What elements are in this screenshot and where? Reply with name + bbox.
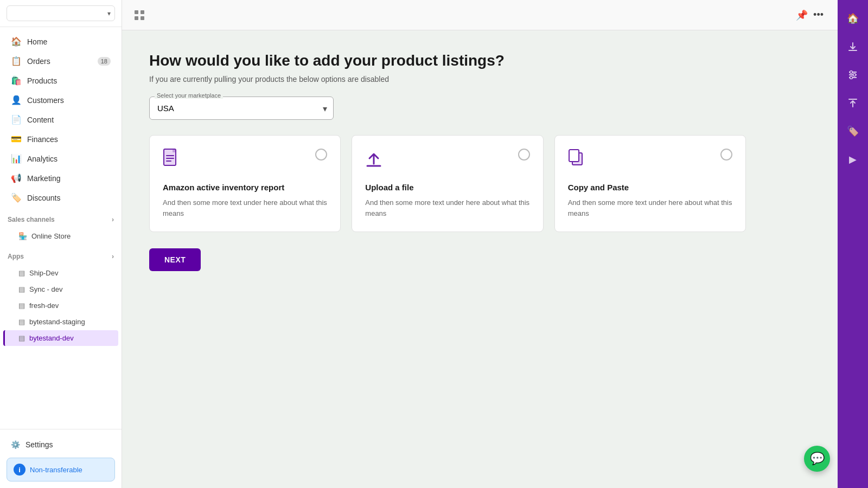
- store-icon: 🏪: [18, 232, 27, 240]
- svg-rect-3: [141, 16, 144, 20]
- home-icon: 🏠: [11, 36, 22, 47]
- radio-amazon-report[interactable]: [315, 149, 327, 160]
- app-item-sync-dev[interactable]: ▤ Sync - dev: [3, 281, 118, 297]
- svg-point-16: [850, 71, 853, 74]
- right-home-icon[interactable]: 🏠: [841, 7, 865, 30]
- grid-icon[interactable]: [131, 7, 148, 24]
- sidebar-item-marketing[interactable]: 📢 Marketing: [3, 169, 118, 188]
- option-title-upload-file: Upload a file: [365, 183, 529, 192]
- nav-label-home: Home: [27, 37, 47, 46]
- finances-icon: 💳: [11, 134, 22, 144]
- nav-label-analytics: Analytics: [27, 155, 58, 163]
- right-play-icon[interactable]: ▶: [841, 147, 865, 171]
- svg-rect-11: [569, 150, 579, 162]
- customers-icon: 👤: [11, 95, 22, 105]
- pin-button[interactable]: 📌: [796, 9, 808, 21]
- app-item-ship-dev[interactable]: ▤ Ship-Dev: [3, 265, 118, 281]
- svg-rect-5: [173, 149, 176, 152]
- app-item-bytestand-staging[interactable]: ▤ bytestand-staging: [3, 314, 118, 330]
- marketplace-select[interactable]: USAUKCanadaGermanyFranceJapan: [149, 97, 334, 120]
- products-icon: 🛍️: [11, 75, 22, 86]
- nav-label-orders: Orders: [27, 57, 50, 66]
- page-title: How would you like to add your product l…: [149, 52, 810, 69]
- marketplace-selector-container: Select your marketplace USAUKCanadaGerma…: [149, 97, 334, 120]
- info-icon: i: [14, 464, 25, 476]
- sidebar-item-analytics[interactable]: 📊 Analytics: [3, 149, 118, 168]
- marketing-icon: 📢: [11, 173, 22, 183]
- svg-rect-1: [141, 10, 144, 14]
- radio-upload-file[interactable]: [518, 149, 530, 160]
- option-card-upload-file[interactable]: Upload a file And then some more text un…: [352, 135, 543, 232]
- option-card-copy-paste[interactable]: Copy and Paste And then some more text u…: [554, 135, 746, 232]
- chat-widget[interactable]: 💬: [804, 446, 830, 472]
- option-title-amazon-report: Amazon active inventory report: [163, 183, 327, 192]
- app-item-bytestand-dev[interactable]: ▤ bytestand-dev: [3, 330, 118, 346]
- app-icon-ship-dev: ▤: [18, 269, 25, 277]
- option-icon-upload-file: [365, 149, 382, 172]
- sidebar-item-discounts[interactable]: 🏷️ Discounts: [3, 188, 118, 207]
- right-tag-icon[interactable]: 🏷️: [841, 119, 865, 143]
- top-bar: 📌 •••: [122, 0, 838, 30]
- sidebar-footer: ⚙️ Settings i Non-transferable: [0, 429, 122, 488]
- top-bar-actions: 📌 •••: [796, 9, 824, 21]
- app-label-ship-dev: Ship-Dev: [29, 269, 58, 277]
- option-card-amazon-report[interactable]: Amazon active inventory report And then …: [149, 135, 341, 232]
- svg-rect-0: [135, 10, 138, 14]
- app-item-fresh-dev[interactable]: ▤ fresh-dev: [3, 298, 118, 313]
- badge-orders: 18: [98, 57, 111, 66]
- right-download-icon[interactable]: [841, 35, 865, 59]
- svg-rect-2: [135, 16, 138, 20]
- content-area: How would you like to add your product l…: [122, 30, 838, 488]
- svg-point-17: [853, 74, 856, 76]
- nav-label-discounts: Discounts: [27, 194, 60, 202]
- app-icon-sync-dev: ▤: [18, 285, 25, 293]
- app-icon-bytestand-staging: ▤: [18, 318, 25, 326]
- discounts-icon: 🏷️: [11, 192, 22, 203]
- nav-label-customers: Customers: [27, 96, 64, 105]
- option-icon-amazon-report: [163, 149, 180, 172]
- next-button[interactable]: NEXT: [149, 248, 201, 271]
- online-store-nav-item[interactable]: 🏪 Online Store: [3, 228, 118, 244]
- sidebar-item-content[interactable]: 📄 Content: [3, 110, 118, 129]
- option-title-copy-paste: Copy and Paste: [568, 183, 732, 192]
- store-selector-container: [0, 0, 122, 27]
- more-button[interactable]: •••: [813, 9, 824, 21]
- sidebar-item-products[interactable]: 🛍️ Products: [3, 71, 118, 90]
- store-selector[interactable]: [7, 5, 115, 21]
- sidebar-item-home[interactable]: 🏠 Home: [3, 32, 118, 51]
- app-label-fresh-dev: fresh-dev: [29, 301, 59, 310]
- right-sliders-icon[interactable]: [841, 63, 865, 87]
- right-upload-icon[interactable]: [841, 91, 865, 115]
- radio-copy-paste[interactable]: [720, 149, 732, 160]
- nav-label-marketing: Marketing: [27, 174, 60, 183]
- app-label-bytestand-staging: bytestand-staging: [29, 318, 85, 326]
- nav-label-finances: Finances: [27, 135, 58, 144]
- non-transferable-badge: i Non-transferable: [7, 458, 115, 481]
- option-icon-copy-paste: [568, 149, 585, 172]
- app-icon-fresh-dev: ▤: [18, 301, 25, 310]
- settings-icon: ⚙️: [11, 440, 20, 449]
- app-icon-bytestand-dev: ▤: [18, 334, 25, 342]
- marketplace-label: Select your marketplace: [155, 92, 223, 99]
- sidebar-item-finances[interactable]: 💳 Finances: [3, 130, 118, 149]
- sidebar-nav: 🏠 Home 📋 Orders 18 🛍️ Products 👤 Custome…: [0, 27, 122, 429]
- right-sidebar: 🏠 🏷️ ▶: [838, 0, 868, 488]
- settings-nav-item[interactable]: ⚙️ Settings: [7, 436, 115, 453]
- app-label-bytestand-dev: bytestand-dev: [29, 334, 74, 342]
- apps-section-header[interactable]: Apps ›: [0, 248, 122, 265]
- option-desc-amazon-report: And then some more text under here about…: [163, 197, 327, 219]
- page-subtitle: If you are currently pulling your produc…: [149, 75, 810, 84]
- sales-channels-header[interactable]: Sales channels ›: [0, 211, 122, 228]
- sidebar-item-customers[interactable]: 👤 Customers: [3, 91, 118, 110]
- options-grid: Amazon active inventory report And then …: [149, 135, 746, 232]
- option-desc-copy-paste: And then some more text under here about…: [568, 197, 732, 219]
- option-desc-upload-file: And then some more text under here about…: [365, 197, 529, 219]
- left-sidebar: 🏠 Home 📋 Orders 18 🛍️ Products 👤 Custome…: [0, 0, 122, 488]
- nav-label-products: Products: [27, 76, 57, 85]
- nav-label-content: Content: [27, 115, 54, 124]
- content-icon: 📄: [11, 114, 22, 125]
- main-area: 📌 ••• How would you like to add your pro…: [122, 0, 838, 488]
- analytics-icon: 📊: [11, 153, 22, 164]
- sidebar-item-orders[interactable]: 📋 Orders 18: [3, 52, 118, 70]
- orders-icon: 📋: [11, 56, 22, 66]
